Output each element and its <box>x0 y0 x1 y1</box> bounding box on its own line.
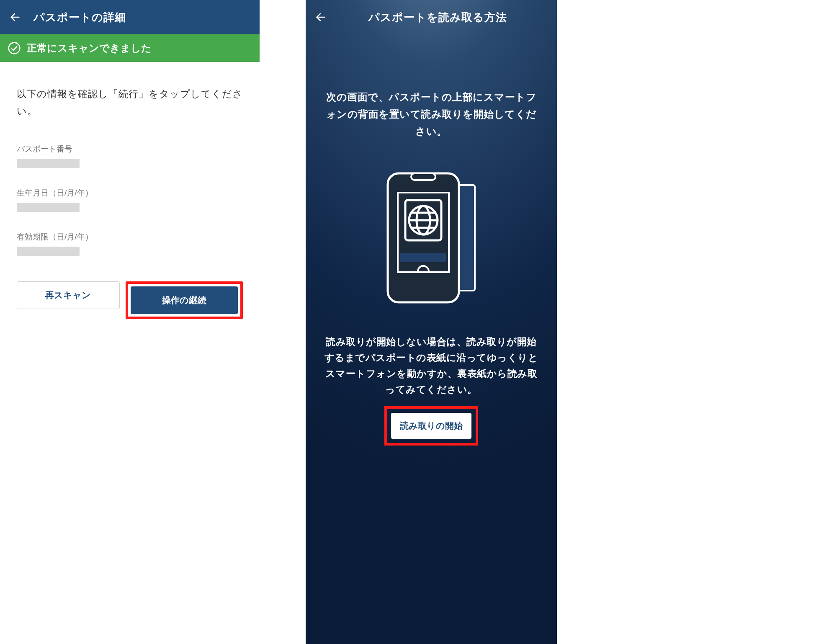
passport-scan-illustration <box>385 171 477 305</box>
instruction-text: 次の画面で、パスポートの上部にスマートフォンの背面を置いて読み取りを開始してくだ… <box>323 89 539 140</box>
back-arrow-icon[interactable] <box>9 11 21 23</box>
svg-rect-13 <box>400 253 446 262</box>
expiry-label: 有効期限（日/月/年） <box>17 232 243 242</box>
header: パスポートの詳細 <box>0 0 260 34</box>
continue-highlight: 操作の継続 <box>126 281 243 319</box>
rescan-button[interactable]: 再スキャン <box>17 281 120 309</box>
passport-number-field: パスポート番号 <box>17 142 243 174</box>
success-banner-text: 正常にスキャンできました <box>27 41 152 55</box>
expiry-field: 有効期限（日/月/年） <box>17 230 243 262</box>
svg-point-1 <box>9 43 20 54</box>
start-highlight: 読み取りの開始 <box>384 406 478 446</box>
success-banner: 正常にスキャンできました <box>0 34 260 62</box>
passport-details-screen: パスポートの詳細 正常にスキャンできました 以下の情報を確認し「続行」をタップし… <box>0 0 260 644</box>
passport-number-label: パスポート番号 <box>17 144 243 155</box>
passport-read-instruction-screen: パスポートを読み取る方法 次の画面で、パスポートの上部にスマートフォンの背面を置… <box>306 0 557 644</box>
confirm-prompt: 以下の情報を確認し「続行」をタップしてください。 <box>17 85 243 120</box>
action-buttons: 再スキャン 操作の継続 <box>17 281 243 319</box>
svg-rect-5 <box>411 173 435 180</box>
check-circle-icon <box>8 41 21 55</box>
dob-label: 生年月日（日/月/年） <box>17 188 243 198</box>
phone-icon <box>388 173 459 302</box>
expiry-value <box>17 247 80 256</box>
page-title: パスポートの詳細 <box>33 10 126 25</box>
dob-value <box>17 203 80 212</box>
header: パスポートを読み取る方法 <box>306 0 557 34</box>
passport-number-value <box>17 159 80 168</box>
back-arrow-icon[interactable] <box>315 11 327 23</box>
details-body: 以下の情報を確認し「続行」をタップしてください。 パスポート番号 生年月日（日/… <box>0 62 260 644</box>
page-title: パスポートを読み取る方法 <box>327 10 548 25</box>
instruction-body: 次の画面で、パスポートの上部にスマートフォンの背面を置いて読み取りを開始してくだ… <box>306 34 557 628</box>
dob-field: 生年月日（日/月/年） <box>17 186 243 218</box>
start-reading-button[interactable]: 読み取りの開始 <box>391 413 471 439</box>
continue-button[interactable]: 操作の継続 <box>131 286 238 314</box>
hint-text: 読み取りが開始しない場合は、読み取りが開始するまでパスポートの表紙に沿ってゆっく… <box>323 334 539 398</box>
